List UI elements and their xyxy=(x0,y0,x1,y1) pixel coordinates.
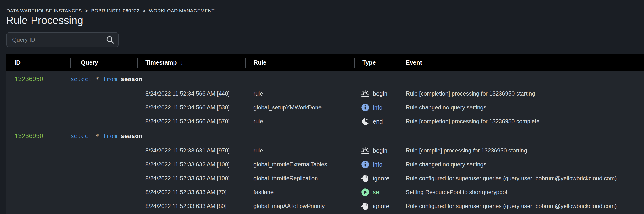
breadcrumb-item-instance[interactable]: BOBR-INST1-080222 xyxy=(91,8,140,14)
table-header-row: ID Query Timestamp ↓ Rule Type Event xyxy=(6,54,644,71)
query-group-row: 13236950 select * from season xyxy=(6,128,644,144)
column-header-type[interactable]: Type xyxy=(354,54,398,71)
breadcrumb: DATA WAREHOUSE INSTANCES > BOBR-INST1-08… xyxy=(6,8,214,14)
sql-identifier: season xyxy=(121,133,142,140)
timestamp-cell: 8/24/2022 11:52:34.566 AM [440] xyxy=(137,90,246,97)
breadcrumb-item-data-warehouse-instances[interactable]: DATA WAREHOUSE INSTANCES xyxy=(6,8,82,14)
info-icon xyxy=(361,160,370,169)
event-cell: Rule [compile] processing for 13236950 s… xyxy=(398,147,644,154)
sql-keyword: from xyxy=(103,76,117,83)
sql-keyword: select xyxy=(70,133,92,140)
query-sql: select * from season xyxy=(70,76,137,83)
event-cell: Rule configured for superuser queries (q… xyxy=(398,175,644,182)
type-cell: info xyxy=(354,160,398,169)
query-id-search-input[interactable] xyxy=(7,33,106,47)
query-id-link[interactable]: 13236950 xyxy=(6,75,70,83)
table-row: 8/24/2022 11:52:34.566 AM [570] rule end… xyxy=(6,115,644,128)
query-id-link[interactable]: 13236950 xyxy=(6,132,70,140)
rule-cell: rule xyxy=(246,147,354,154)
hand-ignore-icon xyxy=(361,202,370,210)
query-sql: select * from season xyxy=(70,133,137,140)
sunrise-begin-icon xyxy=(361,146,370,155)
table-row: 8/24/2022 11:52:33.633 AM [80] global_ma… xyxy=(6,199,644,213)
search-icon[interactable] xyxy=(106,35,114,44)
table-row: 8/24/2022 11:52:33.632 AM [100] global_t… xyxy=(6,158,644,171)
type-cell: end xyxy=(354,117,398,126)
timestamp-cell: 8/24/2022 11:52:33.632 AM [100] xyxy=(137,175,246,182)
column-header-query[interactable]: Query xyxy=(70,54,137,71)
timestamp-cell: 8/24/2022 11:52:33.631 AM [970] xyxy=(137,147,246,154)
type-cell: set xyxy=(354,188,398,196)
event-cell: Rule changed no query settings xyxy=(398,104,644,111)
query-group-row: 13236950 select * from season xyxy=(6,71,644,87)
type-cell: begin xyxy=(354,89,398,98)
rule-cell: global_throttleReplication xyxy=(246,175,354,182)
timestamp-cell: 8/24/2022 11:52:33.633 AM [80] xyxy=(137,203,246,209)
table-body: 13236950 select * from season 8/24/2022 … xyxy=(6,71,644,214)
type-label: ignore xyxy=(373,175,390,182)
rule-cell: fastlane xyxy=(246,189,354,195)
table-row: 8/24/2022 11:52:33.631 AM [970] rule beg… xyxy=(6,144,644,158)
hand-ignore-icon xyxy=(361,174,370,183)
type-cell: info xyxy=(354,103,398,112)
timestamp-cell: 8/24/2022 11:52:33.633 AM [70] xyxy=(137,189,246,195)
page-title: Rule Processing xyxy=(6,14,83,27)
column-header-id[interactable]: ID xyxy=(6,54,70,71)
table-row: 8/24/2022 11:52:34.566 AM [440] rule beg… xyxy=(6,87,644,100)
type-label: info xyxy=(373,161,382,168)
breadcrumb-separator-icon: > xyxy=(85,8,88,14)
sql-keyword: from xyxy=(103,133,117,140)
moon-end-icon xyxy=(361,117,370,126)
type-cell: begin xyxy=(354,146,398,155)
breadcrumb-separator-icon: > xyxy=(143,8,146,14)
event-cell: Setting ResourcePool to shortquerypool xyxy=(398,189,644,195)
workload-management-rule-processing-page: DATA WAREHOUSE INSTANCES > BOBR-INST1-08… xyxy=(0,0,644,214)
timestamp-cell: 8/24/2022 11:52:34.566 AM [570] xyxy=(137,118,246,125)
event-cell: Rule [completion] processing for 1323695… xyxy=(398,118,644,125)
type-label: ignore xyxy=(373,203,390,210)
type-label: end xyxy=(373,118,383,125)
timestamp-cell: 8/24/2022 11:52:34.566 AM [530] xyxy=(137,104,246,111)
type-label: info xyxy=(373,104,382,111)
table-row: 8/24/2022 11:52:34.566 AM [530] global_s… xyxy=(6,100,644,115)
info-icon xyxy=(361,103,370,112)
rule-cell: rule xyxy=(246,90,354,97)
table-row: 8/24/2022 11:52:33.632 AM [100] global_t… xyxy=(6,171,644,185)
rule-cell: global_mapAAToLowPriority xyxy=(246,203,354,209)
type-label: begin xyxy=(373,147,388,154)
type-cell: ignore xyxy=(354,174,398,183)
type-cell: ignore xyxy=(354,202,398,210)
sql-operator: * xyxy=(96,76,99,83)
column-header-timestamp[interactable]: Timestamp ↓ xyxy=(137,54,246,71)
type-label: begin xyxy=(373,90,388,97)
rule-cell: global_throttleExternalTables xyxy=(246,161,354,168)
breadcrumb-item-workload-management[interactable]: WORKLOAD MANAGEMENT xyxy=(149,8,214,14)
sql-operator: * xyxy=(96,133,99,140)
sort-descending-icon[interactable]: ↓ xyxy=(180,59,184,66)
type-label: set xyxy=(373,189,381,196)
event-cell: Rule configured for superuser queries (q… xyxy=(398,203,644,209)
rule-processing-table: ID Query Timestamp ↓ Rule Type Event 132… xyxy=(6,54,644,214)
rule-cell: global_setupYMWorkDone xyxy=(246,104,354,111)
timestamp-cell: 8/24/2022 11:52:33.632 AM [100] xyxy=(137,161,246,168)
table-row: 8/24/2022 11:52:33.633 AM [70] fastlane … xyxy=(6,185,644,199)
event-cell: Rule [completion] processing for 1323695… xyxy=(398,90,644,97)
sql-identifier: season xyxy=(121,76,142,83)
column-header-event[interactable]: Event xyxy=(398,54,644,71)
query-id-search-box xyxy=(6,32,119,47)
rule-cell: rule xyxy=(246,118,354,125)
sunrise-begin-icon xyxy=(361,89,370,98)
sql-keyword: select xyxy=(70,76,92,83)
play-set-icon xyxy=(361,188,370,196)
column-header-rule[interactable]: Rule xyxy=(246,54,354,71)
event-cell: Rule changed no query settings xyxy=(398,161,644,168)
